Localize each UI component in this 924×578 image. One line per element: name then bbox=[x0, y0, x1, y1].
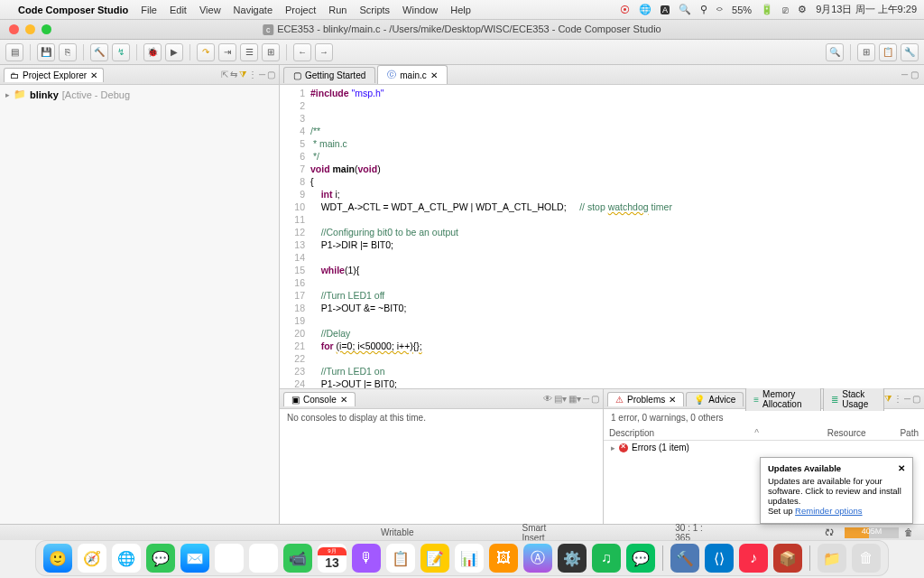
project-tree-item[interactable]: ▸ 📁 blinky [Active - Debug bbox=[5, 89, 273, 100]
menu-run[interactable]: Run bbox=[328, 5, 346, 15]
dock-podcasts[interactable]: 🎙 bbox=[352, 544, 381, 573]
back-button[interactable]: ← bbox=[293, 43, 311, 61]
popup-reminder-link[interactable]: Reminder options bbox=[795, 506, 862, 516]
forward-button[interactable]: → bbox=[315, 43, 333, 61]
dock-ccs[interactable]: 📦 bbox=[773, 544, 802, 573]
battery-percent[interactable]: 55% bbox=[732, 5, 752, 15]
menu-help[interactable]: Help bbox=[450, 5, 471, 15]
dock-settings[interactable]: ⚙️ bbox=[558, 544, 587, 573]
expand-arrow-icon[interactable]: ▸ bbox=[611, 443, 615, 452]
project-explorer-tab[interactable]: 🗀 Project Explorer ✕ bbox=[4, 68, 104, 82]
status-globe-icon[interactable]: 🌐 bbox=[639, 4, 651, 15]
flash-button[interactable]: ↯ bbox=[112, 43, 130, 61]
trash-icon[interactable]: 🗑 bbox=[904, 527, 913, 537]
close-icon[interactable]: ✕ bbox=[430, 70, 438, 80]
save-button[interactable]: 💾 bbox=[37, 43, 55, 61]
pin-icon[interactable]: 👁 bbox=[543, 394, 552, 404]
menubar-app-name[interactable]: Code Composer Studio bbox=[18, 5, 128, 15]
debug-button[interactable]: 🐞 bbox=[143, 43, 162, 61]
dock-wechat[interactable]: 💬 bbox=[626, 544, 655, 573]
dock-appstore[interactable]: Ⓐ bbox=[523, 544, 552, 573]
menubar-clock[interactable]: 9月13日 周一 上午9:29 bbox=[816, 3, 917, 16]
run-button[interactable]: ▶ bbox=[165, 43, 183, 61]
link-editor-icon[interactable]: ⇆ bbox=[230, 70, 237, 80]
menu-scripts[interactable]: Scripts bbox=[359, 5, 390, 15]
battery-icon[interactable]: 🔋 bbox=[761, 4, 773, 15]
dock-vscode[interactable]: ⟨⟩ bbox=[705, 544, 734, 573]
status-input-icon[interactable]: A bbox=[661, 5, 670, 14]
dock-notes[interactable]: 📝 bbox=[420, 544, 449, 573]
code-editor[interactable]: 1#include "msp.h"234/**5 * main.c6 */7vo… bbox=[280, 85, 924, 388]
dock-photos[interactable]: 🏞 bbox=[249, 544, 278, 573]
dock-preview[interactable]: 🖼 bbox=[489, 544, 518, 573]
display-icon[interactable]: ⎚ bbox=[782, 5, 789, 15]
dock-calendar[interactable]: 9月13 bbox=[318, 544, 346, 573]
bluetooth-icon[interactable]: ⚲ bbox=[700, 4, 707, 15]
dock-music[interactable]: ♪ bbox=[739, 544, 768, 573]
filter-icon[interactable]: ⧩ bbox=[884, 394, 892, 405]
dock-messages[interactable]: 💬 bbox=[146, 544, 175, 573]
search-button[interactable]: 🔍 bbox=[826, 43, 844, 61]
menu-file[interactable]: File bbox=[141, 5, 157, 15]
close-icon[interactable]: ✕ bbox=[90, 70, 97, 80]
console-tab[interactable]: ▣ Console ✕ bbox=[283, 392, 356, 406]
tab-main-c[interactable]: ⓒ main.c ✕ bbox=[377, 65, 447, 84]
status-heap[interactable]: 🗘 405M 🗑 bbox=[825, 527, 913, 538]
resume-button[interactable]: ⇥ bbox=[218, 43, 236, 61]
minimize-icon[interactable]: ─ bbox=[259, 70, 265, 80]
dock-downloads[interactable]: 📁 bbox=[818, 544, 846, 573]
new-button[interactable]: ▤ bbox=[5, 43, 23, 61]
window-zoom-button[interactable] bbox=[42, 24, 51, 34]
debug-perspective-button[interactable]: 🔧 bbox=[901, 43, 919, 61]
build-button[interactable]: 🔨 bbox=[90, 43, 108, 61]
menu-view[interactable]: View bbox=[199, 5, 221, 15]
collapse-all-icon[interactable]: ⇱ bbox=[221, 70, 228, 80]
control-center-icon[interactable]: ⚙ bbox=[798, 4, 807, 15]
step-button[interactable]: ↷ bbox=[197, 43, 215, 61]
dock-spotify[interactable]: ♫ bbox=[592, 544, 621, 573]
menu-project[interactable]: Project bbox=[285, 5, 316, 15]
filter-icon[interactable]: ⧩ bbox=[239, 70, 246, 80]
save-all-button[interactable]: ⎘ bbox=[59, 43, 77, 61]
window-minimize-button[interactable] bbox=[25, 24, 35, 34]
stack-tab[interactable]: ≣Stack Usage bbox=[823, 387, 884, 411]
dock-maps[interactable]: 🗺 bbox=[215, 544, 244, 573]
dock-xcode[interactable]: 🔨 bbox=[670, 544, 699, 573]
minimize-icon[interactable]: ─ bbox=[904, 394, 910, 405]
maximize-icon[interactable]: ▢ bbox=[267, 70, 275, 80]
window-close-button[interactable] bbox=[9, 24, 19, 34]
spotlight-icon[interactable]: 🔍 bbox=[679, 4, 691, 15]
menu-edit[interactable]: Edit bbox=[170, 5, 187, 15]
wifi-icon[interactable]: ⌔ bbox=[716, 5, 723, 15]
dock-mail[interactable]: ✉️ bbox=[180, 544, 209, 573]
expand-arrow-icon[interactable]: ▸ bbox=[5, 90, 10, 99]
status-record-icon[interactable]: ⦿ bbox=[620, 5, 630, 15]
problems-error-group[interactable]: ▸ Errors (1 item) bbox=[604, 441, 924, 454]
popup-close-button[interactable]: ✕ bbox=[898, 463, 905, 473]
dock-trash[interactable]: 🗑 bbox=[852, 544, 881, 573]
view-menu-icon[interactable]: ⋮ bbox=[893, 394, 902, 405]
close-icon[interactable]: ✕ bbox=[340, 395, 347, 405]
open-perspective-button[interactable]: ⊞ bbox=[857, 43, 875, 61]
dock-stocks[interactable]: 📊 bbox=[455, 544, 484, 573]
view-menu-icon[interactable]: ⋮ bbox=[248, 70, 257, 80]
dock-chrome[interactable]: 🌐 bbox=[112, 544, 141, 573]
tab-getting-started[interactable]: ▢ Getting Started bbox=[283, 67, 375, 83]
menu-navigate[interactable]: Navigate bbox=[234, 5, 273, 15]
problems-tab[interactable]: ⚠Problems✕ bbox=[607, 392, 684, 406]
dock-facetime[interactable]: 📹 bbox=[283, 544, 312, 573]
grid-button[interactable]: ⊞ bbox=[262, 43, 280, 61]
dock-finder[interactable]: 🙂 bbox=[43, 544, 72, 573]
memory-tab[interactable]: ≡Memory Allocation bbox=[745, 387, 821, 411]
terminate-button[interactable]: ☰ bbox=[240, 43, 258, 61]
minimize-icon[interactable]: ─ bbox=[583, 394, 589, 404]
open-console-icon[interactable]: ▦▾ bbox=[568, 394, 581, 404]
advice-tab[interactable]: 💡Advice bbox=[686, 392, 744, 406]
menu-window[interactable]: Window bbox=[402, 5, 438, 15]
maximize-icon[interactable]: ▢ bbox=[912, 394, 920, 405]
heap-gc-icon[interactable]: 🗘 bbox=[825, 527, 834, 537]
dock-safari[interactable]: 🧭 bbox=[78, 544, 106, 573]
close-icon[interactable]: ✕ bbox=[669, 395, 676, 405]
ccs-perspective-button[interactable]: 📋 bbox=[879, 43, 897, 61]
maximize-icon[interactable]: ▢ bbox=[591, 394, 599, 404]
